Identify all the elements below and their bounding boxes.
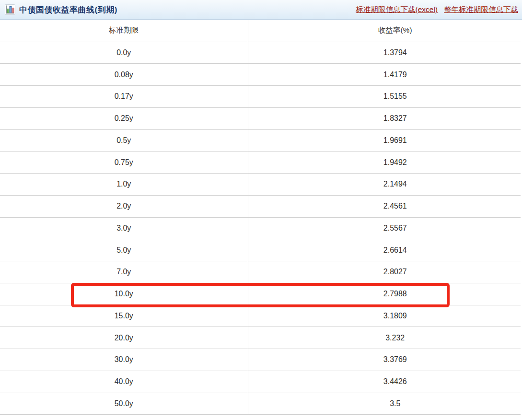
table-row: 40.0y3.4426 [0, 371, 521, 393]
term-cell: 7.0y [0, 261, 248, 283]
yield-cell: 3.1809 [248, 305, 521, 327]
table-row: 5.0y2.6614 [0, 239, 521, 261]
column-header-yield: 收益率(%) [248, 20, 521, 42]
term-cell: 0.0y [0, 42, 248, 64]
yield-cell: 2.8027 [248, 261, 521, 283]
table-row: 3.0y2.5567 [0, 217, 521, 239]
term-cell: 10.0y [0, 283, 248, 305]
yield-cell: 1.3794 [248, 42, 521, 64]
table-row: 15.0y3.1809 [0, 305, 521, 327]
yield-table: 标准期限 收益率(%) 0.0y1.37940.08y1.41790.17y1.… [0, 20, 521, 415]
term-cell: 2.0y [0, 195, 248, 217]
term-cell: 20.0y [0, 327, 248, 349]
term-cell: 0.5y [0, 129, 248, 152]
table-row: 0.08y1.4179 [0, 64, 521, 86]
term-cell: 0.08y [0, 64, 248, 86]
yield-cell: 1.4179 [248, 64, 521, 86]
yield-cell: 2.1494 [248, 174, 521, 196]
panel-header: 中债国债收益率曲线(到期) 标准期限信息下载(excel) 整年标准期限信息下载 [0, 0, 522, 20]
table-row: 0.75y1.9492 [0, 152, 521, 174]
table-row-highlighted: 10.0y2.7988 [0, 283, 521, 305]
yield-cell: 2.7988 [248, 283, 521, 305]
table-row: 0.17y1.5155 [0, 86, 521, 108]
download-standard-terms-link[interactable]: 标准期限信息下载(excel) [356, 5, 438, 15]
table-row: 20.0y3.232 [0, 327, 521, 349]
download-yearly-terms-link[interactable]: 整年标准期限信息下载 [444, 5, 518, 15]
yield-cell: 1.9691 [248, 129, 521, 152]
term-cell: 0.25y [0, 107, 248, 129]
table-row: 1.0y2.1494 [0, 174, 521, 196]
yield-cell: 2.4561 [248, 195, 521, 217]
table-header-row: 标准期限 收益率(%) [0, 20, 521, 42]
page-title: 中债国债收益率曲线(到期) [19, 4, 117, 15]
table-row: 30.0y3.3769 [0, 349, 521, 371]
table-row: 0.5y1.9691 [0, 129, 521, 152]
term-cell: 30.0y [0, 349, 248, 371]
table-row: 50.0y3.5 [0, 393, 521, 415]
yield-cell: 3.3769 [248, 349, 521, 371]
yield-cell: 2.5567 [248, 217, 521, 239]
bar-chart-icon [4, 4, 16, 15]
download-links: 标准期限信息下载(excel) 整年标准期限信息下载 [356, 5, 519, 15]
yield-cell: 1.9492 [248, 152, 521, 174]
term-cell: 5.0y [0, 239, 248, 261]
term-cell: 3.0y [0, 217, 248, 239]
yield-cell: 1.8327 [248, 107, 521, 129]
table-row: 7.0y2.8027 [0, 261, 521, 283]
yield-cell: 3.4426 [248, 371, 521, 393]
yield-cell: 3.232 [248, 327, 521, 349]
term-cell: 40.0y [0, 371, 248, 393]
term-cell: 0.17y [0, 86, 248, 108]
table-row: 2.0y2.4561 [0, 195, 521, 217]
page: 中债国债收益率曲线(到期) 标准期限信息下载(excel) 整年标准期限信息下载… [0, 0, 522, 420]
term-cell: 15.0y [0, 305, 248, 327]
table-row: 0.0y1.3794 [0, 42, 521, 64]
column-header-term: 标准期限 [0, 20, 248, 42]
table-row: 0.25y1.8327 [0, 107, 521, 129]
term-cell: 50.0y [0, 393, 248, 415]
term-cell: 1.0y [0, 174, 248, 196]
term-cell: 0.75y [0, 152, 248, 174]
yield-cell: 1.5155 [248, 86, 521, 108]
yield-cell: 3.5 [248, 393, 521, 415]
yield-cell: 2.6614 [248, 239, 521, 261]
